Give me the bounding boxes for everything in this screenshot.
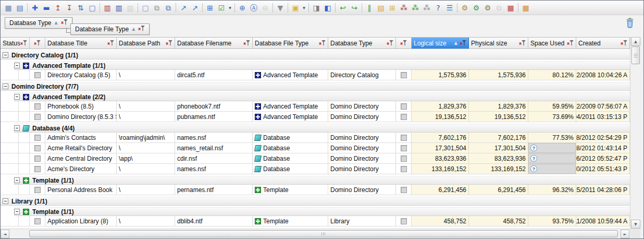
group-row-level-2[interactable]: Advanced Template (2/2) bbox=[14, 92, 630, 101]
column-header-database-file-type[interactable]: Database File Type bbox=[253, 38, 328, 49]
add-note-dropdown[interactable]: ▾ bbox=[301, 2, 307, 14]
row-checkbox[interactable] bbox=[34, 218, 41, 224]
table-row[interactable]: Acme Central Directory \app\ cdir.nsf Da… bbox=[1, 153, 630, 164]
import-icon[interactable]: ↩ bbox=[337, 2, 349, 14]
collapse-section-icon[interactable]: ◧ bbox=[322, 2, 333, 14]
column-header-space-used[interactable]: Space Used bbox=[528, 38, 576, 49]
group-row-level-1[interactable]: Directory Catalog (1/1) bbox=[1, 51, 630, 59]
flag-checkbox[interactable] bbox=[401, 135, 407, 141]
collapse-icon[interactable] bbox=[3, 83, 8, 89]
split-column-left-icon[interactable]: ▥ bbox=[102, 2, 113, 14]
column-group-icon[interactable]: ∥ bbox=[364, 2, 375, 14]
column-header-select[interactable] bbox=[30, 38, 45, 49]
hierarchy-expand-icon[interactable]: ⁂ bbox=[410, 2, 421, 14]
table-layout-icon[interactable]: ▤ bbox=[14, 2, 26, 14]
move-up-icon[interactable]: ↥ bbox=[52, 2, 64, 14]
expand-section-icon[interactable]: ◨ bbox=[311, 2, 322, 14]
split-column-right-icon[interactable]: ▥ bbox=[113, 2, 125, 14]
collapse-icon[interactable] bbox=[14, 209, 20, 214]
row-checkbox[interactable] bbox=[34, 156, 41, 162]
horizontal-scroll-thumb[interactable] bbox=[29, 230, 618, 237]
row-checkbox[interactable] bbox=[34, 72, 41, 78]
group-row-level-1[interactable]: Library (1/1) bbox=[1, 197, 630, 206]
table-row[interactable]: Phonebook (8.5) \ phonebook7.ntf Advance… bbox=[1, 101, 630, 112]
flag-checkbox[interactable] bbox=[401, 156, 407, 162]
table-notes-icon[interactable]: ⊞ bbox=[387, 2, 398, 14]
group-row-level-2[interactable]: Database (4/4) bbox=[14, 124, 630, 133]
group-chip-database-file-type[interactable]: Database File Type ▲ bbox=[70, 23, 150, 35]
flag-checkbox[interactable] bbox=[401, 72, 407, 78]
settings-protect-icon[interactable]: ⚙ bbox=[459, 2, 470, 14]
import-options-icon[interactable]: ↪ bbox=[349, 2, 360, 14]
filter-icon[interactable] bbox=[519, 40, 526, 46]
flag-checkbox[interactable] bbox=[401, 103, 407, 110]
flag-checkbox[interactable] bbox=[401, 114, 407, 120]
flag-checkbox[interactable] bbox=[401, 218, 407, 224]
flag-checkbox[interactable] bbox=[401, 166, 407, 172]
clear-filter-icon[interactable]: ▼ bbox=[275, 2, 286, 14]
column-highlight-icon[interactable]: ▤ bbox=[375, 2, 387, 14]
select-region-icon[interactable]: ▢ bbox=[86, 2, 98, 14]
column-header-database-filename[interactable]: Database Filename bbox=[175, 38, 253, 49]
filter-icon[interactable] bbox=[460, 40, 466, 46]
filter-icon[interactable] bbox=[61, 19, 68, 27]
copy-table-icon[interactable]: ⧉ bbox=[163, 2, 174, 14]
filter-icon[interactable] bbox=[138, 26, 145, 33]
list-view-icon[interactable]: ☰ bbox=[444, 2, 455, 14]
scroll-up-button[interactable]: ▲ bbox=[631, 37, 640, 46]
move-down-icon[interactable]: ↧ bbox=[64, 2, 75, 14]
group-chip-database-type[interactable]: Database Type ▲ bbox=[5, 17, 72, 29]
column-header-database-path[interactable]: Database Path bbox=[117, 38, 175, 49]
collapse-icon[interactable] bbox=[14, 125, 20, 131]
table-row[interactable]: Admin's Contacts \roaming\jadmin\ names.… bbox=[1, 133, 630, 143]
table-row[interactable]: Directory Catalog (8.5) \ dircat5.ntf Ad… bbox=[1, 70, 630, 80]
group-row-level-2[interactable]: Template (1/1) bbox=[14, 176, 630, 185]
filter-icon[interactable] bbox=[20, 40, 27, 46]
column-header-created[interactable]: Created bbox=[576, 38, 630, 49]
filter-icon[interactable] bbox=[107, 40, 114, 46]
collapse-icon[interactable] bbox=[3, 52, 8, 58]
filter-icon[interactable] bbox=[400, 40, 407, 46]
column-header-flag[interactable] bbox=[396, 38, 412, 49]
hierarchy-icon[interactable]: ⁂ bbox=[398, 2, 410, 14]
vertical-scroll-thumb[interactable] bbox=[631, 46, 640, 64]
group-row-level-2[interactable]: Advanced Template (1/1) bbox=[14, 61, 630, 70]
group-row-level-1[interactable]: Domino Directory (7/7) bbox=[1, 82, 630, 91]
row-checkbox[interactable] bbox=[34, 114, 41, 120]
column-header-database-title[interactable]: Database Title bbox=[45, 38, 117, 49]
add-item-icon[interactable]: ✚ bbox=[29, 2, 41, 14]
filter-icon[interactable] bbox=[166, 40, 172, 46]
selection-mode-icon[interactable]: ▢ bbox=[140, 2, 151, 14]
remove-item-icon[interactable]: ▬ bbox=[41, 2, 52, 14]
table-row[interactable]: Acme Retail's Directory \ names_retail.n… bbox=[1, 143, 630, 153]
table-row[interactable]: Personal Address Book \ pernames.ntf Tem… bbox=[1, 185, 630, 195]
zoom-in-icon[interactable]: ⊕ bbox=[237, 2, 248, 14]
zoom-font-icon[interactable]: Ⓐ bbox=[248, 2, 259, 14]
group-row-level-2[interactable]: Template (1/1) bbox=[14, 207, 630, 216]
settings-folder-icon[interactable]: ⚙ bbox=[482, 2, 493, 14]
table-validation-icon[interactable]: ☑ bbox=[216, 2, 227, 14]
settings-apply-icon[interactable]: ⚙ bbox=[470, 2, 482, 14]
export-options-icon[interactable]: ↗ bbox=[189, 2, 201, 14]
filter-icon[interactable] bbox=[34, 40, 41, 46]
copy-icon[interactable]: ⧉ bbox=[151, 2, 163, 14]
table-validation-dropdown[interactable]: ▾ bbox=[227, 2, 233, 14]
table-row[interactable]: Domino Directory (8.5.3 Se \ pubnames.nt… bbox=[1, 112, 630, 122]
filter-icon[interactable] bbox=[621, 40, 627, 46]
scroll-right-button[interactable]: ► bbox=[621, 230, 629, 238]
column-header-status[interactable]: Status bbox=[1, 38, 30, 49]
reorder-rows-icon[interactable]: ⇅ bbox=[75, 2, 86, 14]
add-note-icon[interactable]: ▣ bbox=[290, 2, 301, 14]
table-row[interactable]: Application Library (8) \ dblib4.ntf Tem… bbox=[1, 216, 630, 226]
delete-grouping-button[interactable] bbox=[624, 17, 636, 30]
filter-icon[interactable] bbox=[319, 40, 326, 46]
table-properties-icon[interactable]: ▦ bbox=[3, 2, 14, 14]
flag-checkbox[interactable] bbox=[401, 187, 407, 193]
hierarchy-options-icon[interactable]: ⁂ bbox=[421, 2, 432, 14]
scroll-left-button[interactable]: ◄ bbox=[1, 230, 9, 238]
export-settings-icon[interactable]: ⧉ bbox=[493, 2, 505, 14]
flag-checkbox[interactable] bbox=[401, 145, 407, 151]
filter-help-icon[interactable]: ? bbox=[432, 2, 444, 14]
scroll-down-button[interactable]: ▼ bbox=[631, 220, 640, 229]
collapse-icon[interactable] bbox=[14, 177, 20, 183]
